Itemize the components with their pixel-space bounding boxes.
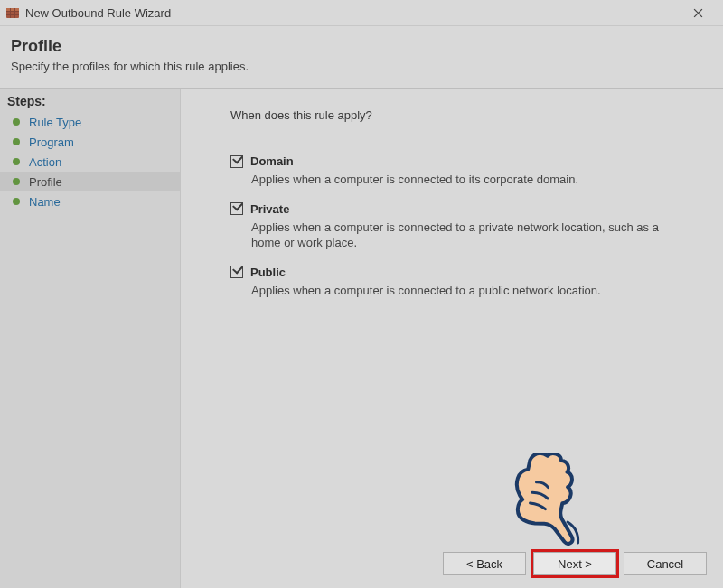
step-rule-type[interactable]: Rule Type [0, 112, 180, 132]
option-domain: Domain Applies when a computer is connec… [230, 154, 696, 188]
step-profile[interactable]: Profile [0, 172, 180, 191]
step-action[interactable]: Action [0, 152, 180, 172]
step-name[interactable]: Name [0, 191, 180, 211]
button-label: Cancel [647, 557, 683, 571]
option-desc: Applies when a computer is connected to … [251, 283, 676, 299]
wizard-footer: < Back Next > Cancel [443, 552, 707, 575]
checkbox-private[interactable] [230, 202, 243, 215]
page-subtitle: Specify the profiles for which this rule… [11, 60, 712, 73]
svg-rect-1 [6, 8, 19, 11]
titlebar: New Outbound Rule Wizard [0, 0, 723, 26]
next-button[interactable]: Next > [533, 552, 616, 575]
step-label: Action [29, 155, 61, 169]
wizard-window: New Outbound Rule Wizard Profile Specify… [0, 0, 723, 588]
close-icon [693, 8, 703, 18]
steps-heading: Steps: [0, 89, 180, 112]
window-title: New Outbound Rule Wizard [25, 6, 680, 20]
wizard-header: Profile Specify the profiles for which t… [0, 26, 723, 89]
panel-prompt: When does this rule apply? [230, 108, 696, 122]
svg-rect-4 [10, 8, 11, 18]
button-label: Next > [558, 557, 592, 571]
back-button[interactable]: < Back [443, 552, 526, 575]
bullet-icon [13, 158, 20, 165]
option-private: Private Applies when a computer is conne… [230, 202, 696, 251]
checkbox-public[interactable] [230, 266, 243, 278]
step-label: Rule Type [29, 116, 81, 129]
checkbox-domain[interactable] [230, 155, 243, 168]
step-label: Name [29, 195, 61, 209]
option-desc: Applies when a computer is connected to … [251, 219, 676, 251]
option-title: Private [250, 202, 289, 216]
close-button[interactable] [680, 0, 716, 25]
bullet-icon [13, 138, 20, 145]
wizard-body: Steps: Rule Type Program Action Profile … [0, 89, 723, 588]
option-public: Public Applies when a computer is connec… [230, 266, 696, 299]
bullet-icon [13, 118, 20, 126]
profile-panel: When does this rule apply? Domain Applie… [181, 89, 723, 588]
bullet-icon [13, 198, 20, 205]
button-label: < Back [466, 557, 502, 571]
option-title: Domain [250, 154, 294, 168]
option-desc: Applies when a computer is connected to … [251, 172, 676, 188]
bullet-icon [13, 178, 20, 185]
option-title: Public [250, 266, 286, 279]
svg-rect-5 [14, 8, 15, 18]
page-title: Profile [11, 37, 712, 56]
steps-sidebar: Steps: Rule Type Program Action Profile … [0, 89, 181, 588]
step-label: Profile [29, 175, 62, 189]
svg-rect-3 [6, 14, 19, 15]
firewall-icon [5, 5, 20, 20]
cancel-button[interactable]: Cancel [624, 552, 707, 575]
step-label: Program [29, 135, 74, 149]
svg-rect-2 [6, 11, 19, 12]
step-program[interactable]: Program [0, 132, 180, 152]
